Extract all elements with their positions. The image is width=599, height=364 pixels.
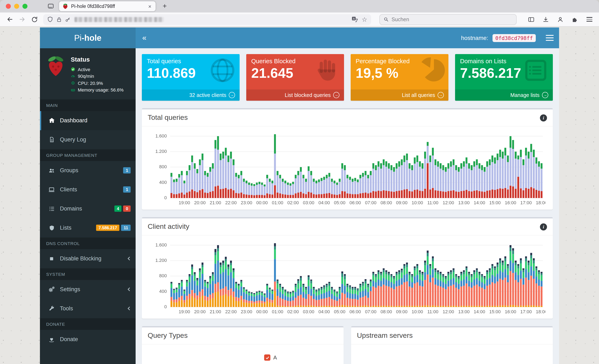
hostname-label: hostname:	[461, 35, 488, 41]
sidebar-item-label: Dashboard	[60, 117, 87, 124]
total-queries-chart[interactable]	[149, 130, 545, 207]
sidebar-item-groups[interactable]: Groups 1	[40, 161, 136, 180]
sidebar: Status Active 90q/min CPU:	[40, 48, 136, 364]
query-type-legend-item-a[interactable]: A	[264, 355, 338, 361]
card-queries-blocked: Queries Blocked 21.645 List blocked quer…	[246, 54, 344, 101]
check-circle-icon	[71, 67, 75, 72]
circle-arrow-right-icon: →	[438, 92, 444, 98]
card-percentage-blocked: Percentage Blocked 19,5 % List all queri…	[351, 54, 449, 101]
new-tab-button[interactable]: +	[160, 1, 170, 11]
search-icon	[384, 17, 388, 22]
sidebar-item-query-log[interactable]: Query Log	[40, 130, 136, 149]
main-content: Total queries 110.869 32 active clients …	[136, 48, 559, 364]
card-footer-link[interactable]: Manage lists →	[455, 89, 553, 101]
app-menu-icon[interactable]	[540, 27, 559, 48]
status-cpu: CPU: 20.9%	[78, 80, 103, 87]
close-tab-icon[interactable]: ×	[148, 3, 152, 9]
forward-icon[interactable]	[17, 14, 27, 25]
sidebar-item-clients[interactable]: Clients 1	[40, 180, 136, 199]
sidebar-section-main: MAIN	[40, 99, 136, 111]
minimize-window-button[interactable]	[14, 4, 19, 9]
brand-hole: -hole	[81, 33, 102, 43]
search-bar[interactable]	[379, 14, 517, 25]
circle-arrow-right-icon: →	[333, 92, 339, 98]
card-label: Domains on Lists	[460, 58, 548, 64]
card-footer-link[interactable]: 32 active clients →	[142, 89, 240, 101]
raspberry-logo-icon	[45, 55, 67, 78]
translate-icon[interactable]: A	[351, 16, 358, 23]
donate-heart-icon	[47, 336, 56, 343]
sidebar-collapse-button[interactable]: «	[136, 27, 153, 48]
chevron-left-icon	[127, 306, 131, 311]
panel-title: Total queries	[148, 114, 188, 122]
bottom-panels: Query Types A	[142, 326, 553, 364]
search-input[interactable]	[391, 17, 512, 22]
account-icon[interactable]	[555, 14, 566, 25]
zoom-window-button[interactable]	[22, 4, 27, 9]
shield-icon	[47, 224, 56, 231]
summary-cards: Total queries 110.869 32 active clients …	[142, 54, 553, 101]
url-bar[interactable]: A ☆	[43, 14, 371, 25]
chevron-left-icon	[127, 287, 131, 292]
downloads-icon[interactable]	[540, 14, 551, 25]
sidebar-item-tools[interactable]: Tools	[40, 299, 136, 318]
window-controls	[6, 4, 27, 9]
menu-icon[interactable]	[584, 14, 595, 25]
sidebar-section-group-management: GROUP MANAGEMENT	[40, 149, 136, 161]
status-state: Active	[78, 66, 90, 73]
card-total-queries: Total queries 110.869 32 active clients …	[142, 54, 240, 101]
tracking-shield-icon[interactable]	[47, 16, 53, 22]
pihole-logo[interactable]: Pi-hole	[40, 27, 136, 48]
client-activity-chart[interactable]	[149, 239, 545, 316]
sidebar-item-dashboard[interactable]: Dashboard	[40, 111, 136, 130]
extensions-puzzle-icon[interactable]	[570, 14, 580, 25]
checkbox-checked-icon[interactable]	[264, 355, 270, 361]
gauge-icon	[71, 74, 75, 79]
sidebar-item-disable-blocking[interactable]: Disable Blocking	[40, 249, 136, 268]
lists-domains-badge: 7.586.217	[96, 225, 120, 231]
card-footer-link[interactable]: List all queries →	[351, 89, 449, 101]
bookmark-star-icon[interactable]: ☆	[362, 16, 367, 22]
card-value: 110.869	[147, 65, 235, 81]
tab-bar: Pi-hole 0fd38cd798ff × +	[0, 0, 599, 12]
info-icon[interactable]: i	[540, 223, 547, 230]
sidebar-item-lists[interactable]: Lists 7.586.217 11	[40, 218, 136, 237]
tab-title: Pi-hole 0fd38cd798ff	[71, 4, 148, 9]
sidebar-item-label: Tools	[60, 305, 73, 311]
reload-icon[interactable]	[29, 14, 40, 25]
sidebar-item-label: Donate	[60, 336, 78, 342]
panel-title: Client activity	[148, 222, 189, 231]
panel-title: Upstream servers	[357, 332, 413, 340]
close-window-button[interactable]	[6, 4, 11, 9]
sidebar-item-label: Settings	[60, 286, 80, 293]
browser-tab[interactable]: Pi-hole 0fd38cd798ff ×	[59, 1, 156, 11]
stop-icon	[47, 256, 56, 261]
lock-icon[interactable]	[56, 17, 62, 22]
sidebar-item-donate[interactable]: Donate	[40, 330, 136, 349]
sidebar-item-label: Disable Blocking	[60, 255, 102, 262]
brand-pi: Pi	[74, 33, 81, 43]
sidebar-section-dns-control: DNS CONTROL	[40, 237, 136, 249]
firefox-view-icon[interactable]	[46, 1, 56, 11]
card-footer-link[interactable]: List blocked queries →	[246, 89, 344, 101]
lists-count-badge: 11	[121, 225, 131, 231]
panel-title: Query Types	[148, 332, 188, 340]
sidebar-item-settings[interactable]: Settings	[40, 280, 136, 299]
card-value: 21.645	[251, 65, 339, 81]
hostname-value: 0fd38cd798ff	[492, 34, 536, 42]
page-viewport: Pi-hole « hostname: 0fd38cd798ff	[0, 27, 599, 364]
info-icon[interactable]: i	[540, 114, 547, 121]
sidebars-icon[interactable]	[526, 14, 537, 25]
card-footer-label: Manage lists	[511, 92, 539, 98]
circle-arrow-right-icon: →	[542, 92, 548, 98]
card-label: Percentage Blocked	[356, 58, 443, 64]
laptop-icon	[47, 186, 56, 193]
key-icon[interactable]	[65, 17, 71, 22]
query-types-panel: Query Types A	[142, 326, 344, 364]
back-icon[interactable]	[4, 14, 15, 25]
pihole-favicon-icon	[62, 3, 68, 9]
sidebar-item-domains[interactable]: Domains 4 0	[40, 199, 136, 218]
pihole-app: Pi-hole « hostname: 0fd38cd798ff	[40, 27, 559, 364]
sidebar-item-label: Groups	[60, 167, 79, 173]
status-title: Status	[71, 55, 123, 64]
